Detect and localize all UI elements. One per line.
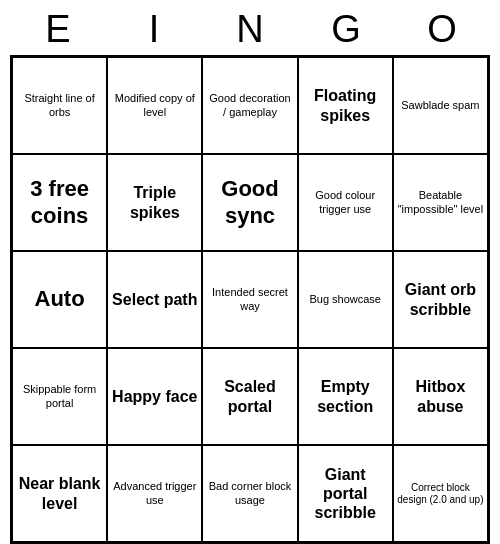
bingo-cell-11[interactable]: Select path: [107, 251, 202, 348]
title-letter: I: [110, 8, 198, 51]
bingo-cell-6[interactable]: Triple spikes: [107, 154, 202, 251]
title-letter: E: [14, 8, 102, 51]
title-letter: N: [206, 8, 294, 51]
bingo-cell-20[interactable]: Near blank level: [12, 445, 107, 542]
bingo-cell-7[interactable]: Good sync: [202, 154, 297, 251]
bingo-grid: Straight line of orbsModified copy of le…: [10, 55, 490, 544]
bingo-cell-18[interactable]: Empty section: [298, 348, 393, 445]
bingo-cell-12[interactable]: Intended secret way: [202, 251, 297, 348]
bingo-cell-16[interactable]: Happy face: [107, 348, 202, 445]
bingo-cell-15[interactable]: Skippable form portal: [12, 348, 107, 445]
bingo-cell-1[interactable]: Modified copy of level: [107, 57, 202, 154]
bingo-cell-13[interactable]: Bug showcase: [298, 251, 393, 348]
bingo-cell-5[interactable]: 3 free coins: [12, 154, 107, 251]
bingo-title: EINGO: [10, 0, 490, 55]
title-letter: O: [398, 8, 486, 51]
bingo-cell-23[interactable]: Giant portal scribble: [298, 445, 393, 542]
bingo-cell-9[interactable]: Beatable "impossible" level: [393, 154, 488, 251]
bingo-cell-21[interactable]: Advanced trigger use: [107, 445, 202, 542]
bingo-cell-3[interactable]: Floating spikes: [298, 57, 393, 154]
bingo-cell-2[interactable]: Good decoration / gameplay: [202, 57, 297, 154]
bingo-cell-14[interactable]: Giant orb scribble: [393, 251, 488, 348]
bingo-cell-4[interactable]: Sawblade spam: [393, 57, 488, 154]
bingo-cell-19[interactable]: Hitbox abuse: [393, 348, 488, 445]
bingo-cell-0[interactable]: Straight line of orbs: [12, 57, 107, 154]
bingo-cell-24[interactable]: Correct block design (2.0 and up): [393, 445, 488, 542]
bingo-cell-17[interactable]: Scaled portal: [202, 348, 297, 445]
title-letter: G: [302, 8, 390, 51]
bingo-cell-10[interactable]: Auto: [12, 251, 107, 348]
bingo-cell-22[interactable]: Bad corner block usage: [202, 445, 297, 542]
bingo-cell-8[interactable]: Good colour trigger use: [298, 154, 393, 251]
